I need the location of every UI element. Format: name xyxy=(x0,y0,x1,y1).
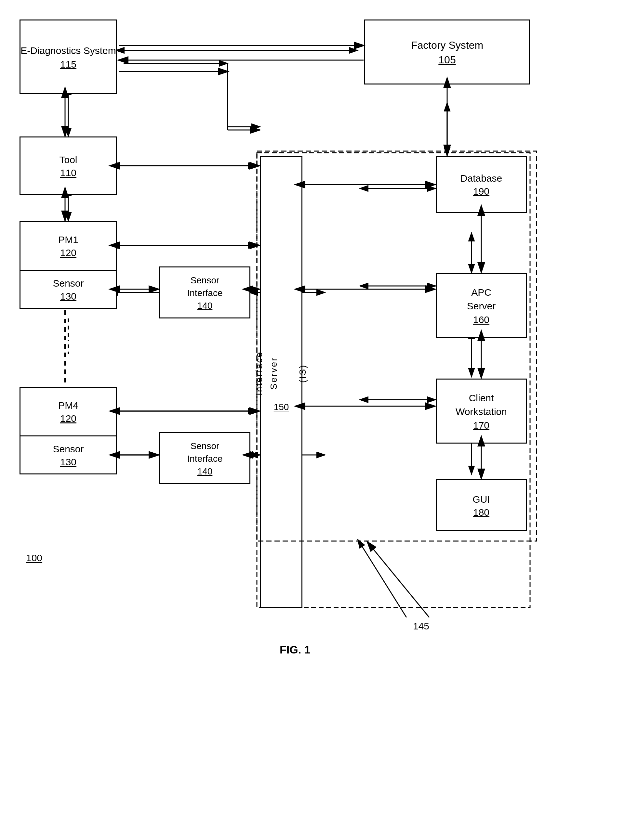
gui-number: 180 xyxy=(473,507,490,518)
sensor-interface4-number: 140 xyxy=(197,466,213,477)
interface-server-box: InterfaceServer(IS) 150 xyxy=(260,156,302,608)
pm4-label: PM4 xyxy=(58,399,78,412)
e-diagnostics-number: 115 xyxy=(60,59,76,70)
interface-server-number: 150 xyxy=(274,402,289,412)
arrow-label-145: 145 xyxy=(413,621,429,632)
factory-system-label: Factory System xyxy=(411,38,483,53)
sensor-interface1-label: SensorInterface xyxy=(187,274,223,299)
database-label: Database xyxy=(460,172,502,184)
pm4-number: 120 xyxy=(60,413,76,424)
pm1-label: PM1 xyxy=(58,233,78,246)
sensor4-box: Sensor 130 xyxy=(20,435,117,474)
apc-server-box: APCServer 160 xyxy=(436,273,527,338)
svg-line-25 xyxy=(358,539,406,617)
tool-number: 110 xyxy=(60,167,76,178)
sensor1-number: 130 xyxy=(60,291,76,302)
pm1-number: 120 xyxy=(60,247,76,258)
sensor4-label: Sensor xyxy=(53,443,84,455)
interface-server-label: InterfaceServer(IS) xyxy=(252,351,310,395)
database-box: Database 190 xyxy=(436,156,527,213)
factory-system-number: 105 xyxy=(438,54,456,66)
e-diagnostics-box: E-Diagnostics System 115 xyxy=(20,20,117,94)
pm1-box: PM1 120 xyxy=(20,221,117,270)
database-number: 190 xyxy=(473,186,490,197)
factory-system-box: Factory System 105 xyxy=(364,20,530,84)
tool-box: Tool 110 xyxy=(20,136,117,195)
apc-server-label: APCServer xyxy=(467,286,496,313)
sensor1-label: Sensor xyxy=(53,277,84,290)
tool-label: Tool xyxy=(59,153,77,166)
e-diagnostics-label: E-Diagnostics System xyxy=(20,44,116,57)
client-workstation-label: ClientWorkstation xyxy=(456,391,507,418)
fig-label: FIG. 1 xyxy=(280,643,310,656)
sensor-interface4-box: SensorInterface 140 xyxy=(159,432,250,484)
diagram-number: 100 xyxy=(26,552,42,564)
sensor1-box: Sensor 130 xyxy=(20,270,117,309)
sensor-interface4-label: SensorInterface xyxy=(187,440,223,465)
client-workstation-number: 170 xyxy=(473,420,490,431)
gui-label: GUI xyxy=(473,493,490,505)
diagram: E-Diagnostics System 115 Factory System … xyxy=(0,0,625,840)
sensor-interface1-box: SensorInterface 140 xyxy=(159,267,250,318)
apc-server-number: 160 xyxy=(473,314,490,325)
sensor4-number: 130 xyxy=(60,457,76,468)
sensor-interface1-number: 140 xyxy=(197,301,213,311)
client-workstation-box: ClientWorkstation 170 xyxy=(436,378,527,443)
gui-box: GUI 180 xyxy=(436,479,527,531)
svg-line-52 xyxy=(367,542,429,617)
pm4-box: PM4 120 xyxy=(20,387,117,435)
